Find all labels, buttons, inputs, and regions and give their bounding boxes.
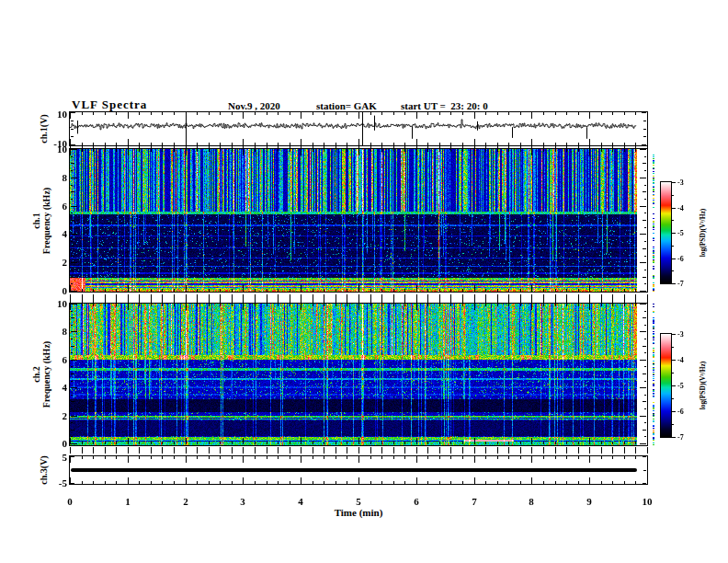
ch1-frequency-tick-label: 8 bbox=[63, 172, 68, 183]
colorbar-ch1 bbox=[660, 181, 672, 284]
ch1-spectrogram-canvas bbox=[70, 149, 647, 292]
time-axis-label: Time (min) bbox=[335, 507, 383, 518]
colorbar-tick-label: -5 bbox=[677, 382, 684, 390]
x-tick-label: 1 bbox=[125, 496, 131, 507]
ch2-frequency-axis-label-line2: Frequency (kHz) bbox=[41, 341, 51, 408]
colorbar-ch2-title: log(PSD)(V²/Hz) bbox=[699, 362, 707, 410]
vlf-spectra-figure: VLF Spectra Nov.9 , 2020 station= GAK st… bbox=[0, 0, 728, 563]
x-tick-label: 2 bbox=[183, 496, 188, 507]
x-tick-label: 10 bbox=[643, 496, 653, 507]
figure-title: VLF Spectra bbox=[72, 98, 147, 112]
ch1-voltage-axis-label: ch.1(V) bbox=[39, 114, 49, 143]
colorbar-tick-label: -3 bbox=[677, 330, 684, 339]
ch1-voltage-tick-label: 10 bbox=[57, 109, 67, 120]
colorbar-tick-label: -5 bbox=[677, 229, 684, 237]
ch1-frequency-tick-label: 6 bbox=[63, 201, 68, 212]
colorbar-tick-label: -3 bbox=[677, 178, 684, 187]
colorbar-tick-label: -6 bbox=[677, 255, 684, 263]
ch3-flat-trace bbox=[71, 468, 637, 472]
ch3-voltage-tick-label: -5 bbox=[59, 477, 67, 488]
ch2-spectrogram-panel bbox=[69, 303, 648, 446]
x-tick-label: 4 bbox=[298, 496, 303, 507]
colorbar-tick-label: -4 bbox=[677, 356, 684, 364]
ch1-frequency-tick-label: 0 bbox=[63, 285, 68, 296]
ch1-frequency-axis-label: ch.1 Frequency (kHz) bbox=[31, 188, 51, 254]
x-tick-label: 6 bbox=[414, 496, 419, 507]
station-label: station= GAK bbox=[316, 100, 377, 111]
ch1-frequency-tick-label: 10 bbox=[57, 144, 67, 155]
x-tick-label: 7 bbox=[472, 496, 477, 507]
colorbar-ch2 bbox=[660, 333, 672, 438]
colorbar-tick-label: -7 bbox=[677, 280, 684, 288]
ch1-frequency-tick-label: 2 bbox=[63, 257, 68, 268]
ch2-frequency-tick-label: 6 bbox=[63, 354, 68, 365]
figure-date: Nov.9 , 2020 bbox=[228, 100, 280, 111]
colorbar-tick-label: -7 bbox=[677, 433, 684, 442]
ch2-frequency-tick-label: 8 bbox=[63, 326, 68, 337]
spectrum-edge-strip-ch2 bbox=[653, 304, 654, 445]
x-tick-label: 0 bbox=[67, 496, 73, 507]
ch1-waveform-canvas bbox=[70, 112, 647, 145]
x-tick-label: 9 bbox=[586, 496, 592, 507]
x-tick-label: 5 bbox=[356, 496, 361, 507]
ch1-frequency-axis-label-line1: ch.1 bbox=[31, 188, 41, 254]
colorbar-tick-label: -4 bbox=[677, 204, 684, 213]
ch1-frequency-axis-label-line2: Frequency (kHz) bbox=[41, 188, 51, 254]
ch2-frequency-axis-label: ch.2 Frequency (kHz) bbox=[31, 341, 51, 408]
ch1-frequency-tick-label: 4 bbox=[63, 228, 68, 239]
colorbar-tick-label: -6 bbox=[677, 408, 684, 416]
ch2-frequency-tick-label: 2 bbox=[63, 410, 68, 421]
ch3-voltage-tick-label: 5 bbox=[63, 452, 68, 463]
ch2-frequency-tick-label: 4 bbox=[63, 382, 68, 393]
ch2-frequency-axis-label-line1: ch.2 bbox=[31, 341, 41, 408]
colorbar-ch1-title: log(PSD)(V²/Hz) bbox=[699, 209, 707, 258]
start-time-label: start UT = 23: 20: 0 bbox=[401, 100, 488, 111]
ch2-frequency-tick-label: 10 bbox=[57, 298, 67, 309]
x-tick-label: 3 bbox=[240, 496, 245, 507]
ch3-voltage-axis-label: ch.3(V) bbox=[39, 455, 49, 484]
ch1-spectrogram-panel bbox=[69, 148, 648, 293]
ch2-frequency-tick-label: 0 bbox=[63, 438, 68, 449]
ch1-voltage-panel bbox=[69, 111, 648, 146]
spectrum-edge-strip-ch1 bbox=[653, 149, 654, 292]
ch2-spectrogram-canvas bbox=[70, 304, 647, 445]
x-tick-label: 8 bbox=[529, 496, 534, 507]
